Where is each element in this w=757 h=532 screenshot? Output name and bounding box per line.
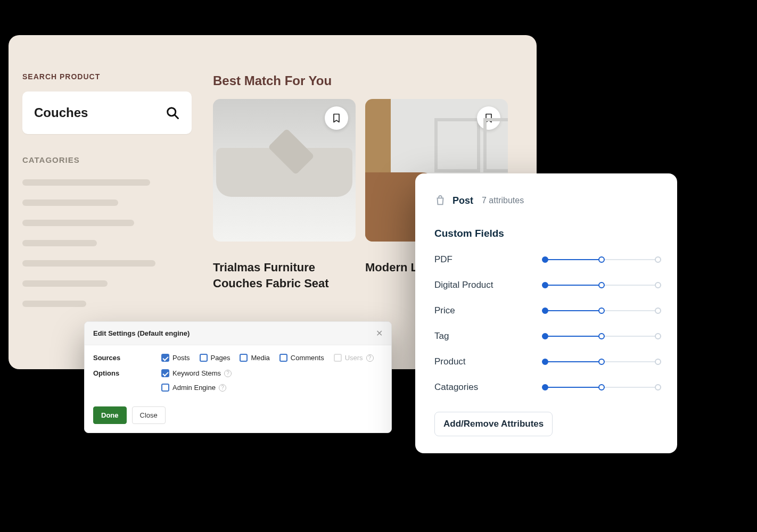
slider-handle-start[interactable] <box>542 359 548 365</box>
entity-count: 7 attributes <box>482 196 524 205</box>
slider-handle-start[interactable] <box>542 282 548 288</box>
slider-handle-start[interactable] <box>542 333 548 339</box>
dialog-close-button[interactable]: ✕ <box>376 328 383 338</box>
attr-field-label: Product <box>434 356 466 367</box>
attr-field-row: Catagories <box>434 382 658 393</box>
slider-handle-end[interactable] <box>655 359 661 365</box>
attr-field-row: Digital Product <box>434 280 658 290</box>
source-checkbox[interactable] <box>200 354 208 362</box>
done-button[interactable]: Done <box>93 406 127 424</box>
source-label: Comments <box>291 354 324 362</box>
bookmark-icon <box>483 113 494 123</box>
option-label: Admin Engine <box>172 384 216 392</box>
slider-handle[interactable] <box>598 333 605 339</box>
attr-slider[interactable] <box>545 256 658 263</box>
slider-handle-start[interactable] <box>542 307 548 314</box>
help-icon[interactable]: ? <box>219 384 226 392</box>
source-checkbox[interactable] <box>240 354 248 362</box>
skeleton-line <box>22 280 108 287</box>
entity-name: Post <box>452 195 473 206</box>
source-comments[interactable]: Comments <box>279 354 324 362</box>
slider-handle-end[interactable] <box>655 384 661 390</box>
attr-slider[interactable] <box>545 307 658 314</box>
close-button[interactable]: Close <box>132 406 166 424</box>
attr-slider[interactable] <box>545 384 658 390</box>
attr-field-row: Product <box>434 356 658 367</box>
source-checkbox[interactable] <box>279 354 287 362</box>
sources-label: Sources <box>93 354 161 362</box>
attr-field-label: Price <box>434 305 455 316</box>
slider-handle-end[interactable] <box>655 333 661 339</box>
search-label: SEARCH PRODUCT <box>22 72 198 81</box>
slider-handle[interactable] <box>598 282 605 288</box>
search-box[interactable] <box>22 92 192 134</box>
source-label: Posts <box>172 354 190 362</box>
source-label: Pages <box>211 354 231 362</box>
slider-handle-start[interactable] <box>542 256 548 263</box>
add-remove-attributes-button[interactable]: Add/Remove Attributes <box>434 412 553 436</box>
option-admin-engine[interactable]: Admin Engine? <box>161 384 226 392</box>
attr-slider[interactable] <box>545 359 658 365</box>
attr-field-label: Catagories <box>434 382 478 393</box>
bookmark-icon <box>331 113 342 123</box>
bookmark-button[interactable] <box>325 106 348 130</box>
categories-skeleton <box>22 179 198 307</box>
option-label: Keyword Stems <box>172 369 221 377</box>
skeleton-line <box>22 240 97 246</box>
svg-line-1 <box>175 115 178 118</box>
slider-handle[interactable] <box>598 256 605 263</box>
slider-handle[interactable] <box>598 307 605 314</box>
option-checkbox[interactable] <box>161 369 169 377</box>
source-checkbox[interactable] <box>161 354 169 362</box>
attr-field-label: Tag <box>434 331 449 342</box>
attr-field-label: PDF <box>434 254 452 265</box>
search-sidebar: SEARCH PRODUCT CATAGORIES <box>22 72 198 307</box>
bookmark-button[interactable] <box>477 106 500 130</box>
source-label: Media <box>251 354 269 362</box>
source-posts[interactable]: Posts <box>161 354 190 362</box>
skeleton-line <box>22 220 134 226</box>
slider-handle[interactable] <box>598 384 605 390</box>
option-keyword-stems[interactable]: Keyword Stems? <box>161 369 232 377</box>
slider-handle-end[interactable] <box>655 282 661 288</box>
skeleton-line <box>22 179 150 186</box>
attr-field-label: Digital Product <box>434 280 493 290</box>
source-label: Users <box>345 354 363 362</box>
help-icon[interactable]: ? <box>366 354 374 362</box>
close-icon: ✕ <box>376 329 383 338</box>
attr-section-title: Custom Fields <box>434 228 658 239</box>
help-icon[interactable]: ? <box>224 370 232 377</box>
search-input[interactable] <box>34 105 151 120</box>
skeleton-line <box>22 260 155 267</box>
source-users: Users? <box>334 354 374 362</box>
attr-slider[interactable] <box>545 282 658 288</box>
product-card[interactable]: Trialmas Furniture Couches Fabric Seat <box>213 99 356 291</box>
attr-field-row: Price <box>434 305 658 316</box>
attr-field-row: PDF <box>434 254 658 265</box>
slider-handle-end[interactable] <box>655 256 661 263</box>
shopping-bag-icon <box>434 195 446 206</box>
slider-handle[interactable] <box>598 359 605 365</box>
slider-handle-start[interactable] <box>542 384 548 390</box>
skeleton-line <box>22 200 118 206</box>
categories-label: CATAGORIES <box>22 155 198 164</box>
attr-field-row: Tag <box>434 331 658 342</box>
edit-settings-dialog: Edit Settings (Default engine) ✕ Sources… <box>84 321 392 433</box>
product-title: Trialmas Furniture Couches Fabric Seat <box>213 260 356 291</box>
source-media[interactable]: Media <box>240 354 269 362</box>
attributes-panel: Post 7 attributes Custom Fields PDFDigit… <box>415 173 677 453</box>
slider-handle-end[interactable] <box>655 307 661 314</box>
options-label: Options <box>93 369 161 377</box>
search-icon[interactable] <box>165 105 180 120</box>
skeleton-line <box>22 301 86 307</box>
attr-slider[interactable] <box>545 333 658 339</box>
results-heading: Best Match For You <box>213 73 332 88</box>
option-checkbox[interactable] <box>161 384 169 392</box>
dialog-title: Edit Settings (Default engine) <box>93 329 190 337</box>
source-checkbox <box>334 354 342 362</box>
product-thumbnail <box>213 99 356 242</box>
source-pages[interactable]: Pages <box>200 354 231 362</box>
